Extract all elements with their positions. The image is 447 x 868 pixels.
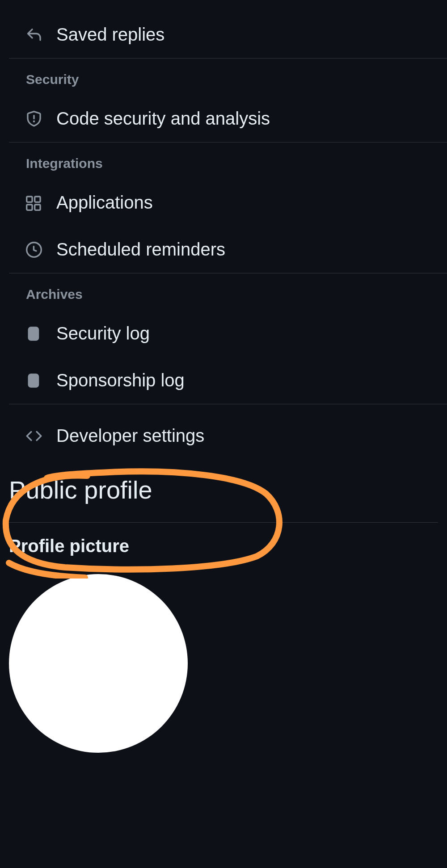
avatar[interactable]: [9, 574, 188, 753]
clock-icon: [26, 242, 42, 258]
nav-item-sponsorship-log[interactable]: Sponsorship log: [0, 357, 447, 404]
nav-item-code-security[interactable]: Code security and analysis: [0, 95, 447, 142]
log-icon: [26, 326, 42, 342]
nav-label: Developer settings: [56, 426, 204, 446]
nav-item-developer-settings[interactable]: Developer settings: [0, 404, 447, 467]
nav-label: Scheduled reminders: [56, 239, 225, 260]
nav-label: Security log: [56, 323, 150, 344]
log-icon: [26, 373, 42, 389]
nav-label: Applications: [56, 193, 153, 213]
page-title: Public profile: [0, 467, 447, 522]
nav-item-scheduled-reminders[interactable]: Scheduled reminders: [0, 226, 447, 273]
apps-icon: [26, 195, 42, 211]
section-header-archives: Archives: [0, 273, 447, 310]
nav-item-applications[interactable]: Applications: [0, 179, 447, 226]
reply-icon: [26, 27, 42, 43]
shield-icon: [26, 111, 42, 127]
section-header-security: Security: [0, 59, 447, 95]
nav-item-saved-replies[interactable]: Saved replies: [0, 0, 447, 58]
nav-label: Saved replies: [56, 25, 164, 45]
nav-item-security-log[interactable]: Security log: [0, 310, 447, 357]
nav-label: Sponsorship log: [56, 370, 185, 390]
nav-label: Code security and analysis: [56, 109, 270, 129]
section-header-integrations: Integrations: [0, 143, 447, 179]
code-icon: [26, 428, 42, 444]
section-heading-profile-picture: Profile picture: [0, 523, 447, 565]
